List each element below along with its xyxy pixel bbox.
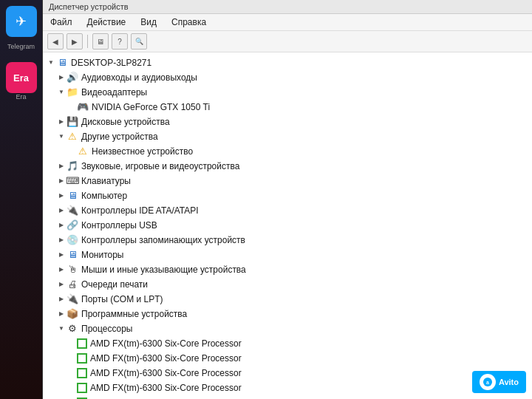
expand-print: ▶ [56,279,66,290]
tree-unknown[interactable]: ⚠ Неизвестное устройство [43,144,532,159]
menu-bar: Файл Действие Вид Справка [43,14,532,31]
telegram-icon[interactable]: ✈ [6,6,37,37]
era-label: Era [6,93,37,100]
sound-icon: 🎵 [66,160,78,172]
toolbar-help[interactable]: ? [112,33,128,50]
expand-audio-inputs: ▶ [56,72,66,83]
tree-computer[interactable]: ▶ 🖥 Компьютер [43,188,532,203]
tree-ide[interactable]: ▶ 🔌 Контроллеры IDE ATA/ATAPI [43,203,532,218]
tree-sound[interactable]: ▶ 🎵 Звуковые, игровые и видеоустройства [43,159,532,174]
mice-label: Мыши и иные указывающие устройства [81,263,246,276]
toolbar-properties[interactable]: 🖥 [92,33,109,50]
computer-icon: 🖥 [66,190,78,202]
expand-usb: ▶ [56,220,66,231]
menu-view[interactable]: Вид [137,16,160,29]
expand-sound: ▶ [56,161,66,171]
expand-root: ▼ [46,58,56,68]
tree-print[interactable]: ▶ 🖨 Очереди печати [43,277,532,292]
toolbar-sep1 [87,35,88,48]
svg-text:a: a [486,380,489,385]
processors-label: Процессоры [81,322,133,335]
tree-other-devices[interactable]: ▼ ⚠ Другие устройства [43,129,532,144]
expand-computer: ▶ [56,191,66,201]
monitors-icon: 🖥 [66,249,78,261]
video-adapters-icon: 📁 [66,86,78,98]
tree-disk[interactable]: ▶ 💾 Дисковые устройства [43,115,532,129]
tree-monitors[interactable]: ▶ 🖥 Мониторы [43,248,532,262]
era-icon[interactable]: Era [6,62,37,93]
title-bar: Диспетчер устройств [43,0,532,14]
expand-mice: ▶ [56,265,66,275]
expand-cpu3 [66,368,77,378]
root-label: DESKTOP-3LP8271 [71,56,151,69]
nvidia-label: NVIDIA GeForce GTX 1050 Ti [92,100,210,114]
taskbar: ✈ Telegram Era Era [0,0,43,399]
menu-help[interactable]: Справка [168,16,209,29]
ide-icon: 🔌 [66,205,78,216]
mice-icon: 🖱 [66,264,78,276]
tree-audio-inputs[interactable]: ▶ 🔊 Аудиовходы и аудиовыходы [43,70,532,85]
usb-label: Контроллеры USB [81,219,157,232]
audio-inputs-label: Аудиовходы и аудиовыходы [81,71,197,84]
tree-root[interactable]: ▼ 🖥 DESKTOP-3LP8271 [43,55,532,70]
expand-cpu2 [66,353,77,364]
video-adapters-label: Видеоадаптеры [81,86,147,99]
print-label: Очереди печати [81,278,148,291]
monitors-label: Мониторы [81,248,123,262]
print-icon: 🖨 [66,279,78,290]
ports-icon: 🔌 [66,293,78,305]
other-devices-label: Другие устройства [81,130,158,143]
expand-disk: ▶ [56,117,66,127]
expand-software: ▶ [56,309,66,319]
cpu1-square-icon [77,338,87,349]
unknown-label: Неизвестное устройство [92,145,193,158]
sound-label: Звуковые, игровые и видеоустройства [81,160,239,173]
toolbar-forward[interactable]: ▶ [66,33,83,50]
toolbar-back[interactable]: ◀ [47,33,64,50]
cpu3-square-icon [77,368,87,378]
tree-storage-ctrl[interactable]: ▶ 💿 Контроллеры запоминающих устройств [43,233,532,248]
tree-ports[interactable]: ▶ 🔌 Порты (COM и LPT) [43,292,532,307]
computer-label: Компьютер [81,189,127,202]
expand-nvidia [66,102,77,112]
cpu2-square-icon [77,353,87,364]
tree-processors[interactable]: ▼ ⚙ Процессоры [43,321,532,336]
device-tree[interactable]: ▼ 🖥 DESKTOP-3LP8271 ▶ 🔊 Аудиовходы и ауд… [43,52,532,399]
tree-video-adapters[interactable]: ▼ 📁 Видеоадаптеры [43,85,532,100]
expand-storage-ctrl: ▶ [56,235,66,245]
telegram-label: Telegram [7,43,35,50]
menu-action[interactable]: Действие [84,16,129,29]
device-manager-window: Диспетчер устройств Файл Действие Вид Сп… [43,0,532,399]
keyboards-icon: ⌨ [66,175,78,187]
expand-video: ▼ [56,87,66,98]
tree-software[interactable]: ▶ 📦 Программные устройства [43,307,532,321]
avito-badge[interactable]: a Avito [472,371,526,393]
tree-usb[interactable]: ▶ 🔗 Контроллеры USB [43,218,532,233]
ports-label: Порты (COM и LPT) [81,293,163,306]
storage-ctrl-label: Контроллеры запоминающих устройств [81,233,245,247]
expand-cpu4 [66,383,77,393]
ide-label: Контроллеры IDE ATA/ATAPI [81,204,199,217]
expand-processors: ▼ [56,324,66,334]
menu-file[interactable]: Файл [47,16,75,29]
tree-keyboards[interactable]: ▶ ⌨ Клавиатуры [43,174,532,188]
cpu4-label: AMD FX(tm)-6300 Six-Core Processor [90,381,242,395]
tree-cpu-3[interactable]: AMD FX(tm)-6300 Six-Core Processor [43,366,532,381]
storage-ctrl-icon: 💿 [66,234,78,246]
tree-cpu-1[interactable]: AMD FX(tm)-6300 Six-Core Processor [43,336,532,351]
usb-icon: 🔗 [66,219,78,231]
avito-label: Avito [499,378,519,386]
toolbar-scan[interactable]: 🔍 [131,33,147,50]
cpu5-label: AMD FX(tm)-6300 Six-Core Processor [90,396,242,399]
tree-cpu-5[interactable]: AMD FX(tm)-6300 Six-Core Processor [43,395,532,399]
cpu2-label: AMD FX(tm)-6300 Six-Core Processor [90,352,242,365]
expand-ide: ▶ [56,205,66,216]
toolbar: ◀ ▶ 🖥 ? 🔍 [43,31,532,52]
window-title: Диспетчер устройств [49,2,129,11]
tree-cpu-4[interactable]: AMD FX(tm)-6300 Six-Core Processor [43,381,532,395]
tree-nvidia[interactable]: 🎮 NVIDIA GeForce GTX 1050 Ti [43,100,532,115]
expand-other: ▼ [56,132,66,142]
tree-mice[interactable]: ▶ 🖱 Мыши и иные указывающие устройства [43,262,532,277]
tree-cpu-2[interactable]: AMD FX(tm)-6300 Six-Core Processor [43,351,532,366]
expand-monitors: ▶ [56,250,66,260]
